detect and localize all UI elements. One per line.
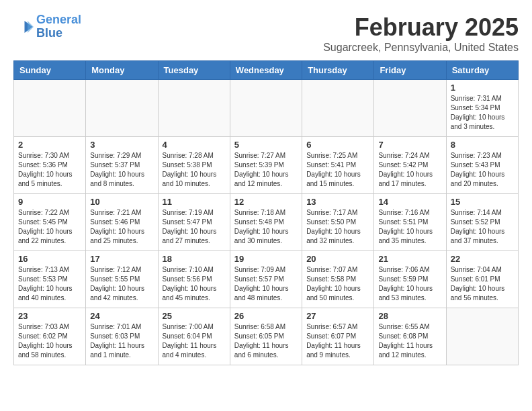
- calendar-cell: 16Sunrise: 7:13 AM Sunset: 5:53 PM Dayli…: [14, 251, 86, 308]
- day-info: Sunrise: 7:16 AM Sunset: 5:51 PM Dayligh…: [378, 208, 441, 246]
- page-header: General Blue February 2025 Sugarcreek, P…: [13, 13, 519, 54]
- day-number: 27: [306, 311, 369, 321]
- day-number: 6: [306, 140, 369, 150]
- calendar-cell: [302, 80, 374, 137]
- day-number: 24: [90, 311, 153, 321]
- month-title: February 2025: [323, 13, 519, 42]
- day-info: Sunrise: 7:12 AM Sunset: 5:55 PM Dayligh…: [90, 265, 153, 303]
- calendar-cell: [158, 80, 230, 137]
- day-number: 16: [18, 254, 81, 264]
- week-row-4: 23Sunrise: 7:03 AM Sunset: 6:02 PM Dayli…: [14, 308, 519, 365]
- calendar-cell: 2Sunrise: 7:30 AM Sunset: 5:36 PM Daylig…: [14, 137, 86, 194]
- day-info: Sunrise: 7:18 AM Sunset: 5:48 PM Dayligh…: [234, 208, 298, 246]
- day-info: Sunrise: 7:21 AM Sunset: 5:46 PM Dayligh…: [90, 208, 153, 246]
- week-row-1: 2Sunrise: 7:30 AM Sunset: 5:36 PM Daylig…: [14, 137, 519, 194]
- week-row-2: 9Sunrise: 7:22 AM Sunset: 5:45 PM Daylig…: [14, 194, 519, 251]
- calendar-cell: 3Sunrise: 7:29 AM Sunset: 5:37 PM Daylig…: [86, 137, 158, 194]
- day-number: 7: [378, 140, 441, 150]
- logo-line2: Blue: [36, 26, 62, 40]
- day-info: Sunrise: 7:09 AM Sunset: 5:57 PM Dayligh…: [234, 265, 298, 303]
- day-info: Sunrise: 7:22 AM Sunset: 5:45 PM Dayligh…: [18, 208, 81, 246]
- calendar-cell: 8Sunrise: 7:23 AM Sunset: 5:43 PM Daylig…: [446, 137, 518, 194]
- title-block: February 2025 Sugarcreek, Pennsylvania, …: [323, 13, 519, 54]
- day-number: 11: [163, 197, 226, 207]
- day-number: 28: [378, 311, 441, 321]
- calendar-cell: 19Sunrise: 7:09 AM Sunset: 5:57 PM Dayli…: [230, 251, 302, 308]
- day-info: Sunrise: 7:19 AM Sunset: 5:47 PM Dayligh…: [163, 208, 226, 246]
- location: Sugarcreek, Pennsylvania, United States: [323, 42, 519, 54]
- calendar-cell: 6Sunrise: 7:25 AM Sunset: 5:41 PM Daylig…: [302, 137, 374, 194]
- weekday-header-thursday: Thursday: [302, 61, 374, 80]
- day-info: Sunrise: 6:57 AM Sunset: 6:07 PM Dayligh…: [306, 322, 369, 360]
- calendar-cell: 7Sunrise: 7:24 AM Sunset: 5:42 PM Daylig…: [374, 137, 446, 194]
- day-number: 14: [378, 197, 441, 207]
- day-number: 26: [234, 311, 298, 321]
- calendar-cell: [86, 80, 158, 137]
- day-info: Sunrise: 7:31 AM Sunset: 5:34 PM Dayligh…: [451, 94, 514, 132]
- day-info: Sunrise: 7:29 AM Sunset: 5:37 PM Dayligh…: [90, 151, 153, 189]
- day-number: 15: [451, 197, 514, 207]
- calendar-cell: 13Sunrise: 7:17 AM Sunset: 5:50 PM Dayli…: [302, 194, 374, 251]
- logo-text: General Blue: [36, 13, 81, 40]
- day-info: Sunrise: 7:06 AM Sunset: 5:59 PM Dayligh…: [378, 265, 441, 303]
- day-info: Sunrise: 7:00 AM Sunset: 6:04 PM Dayligh…: [163, 322, 226, 360]
- calendar-cell: 28Sunrise: 6:55 AM Sunset: 6:08 PM Dayli…: [374, 308, 446, 365]
- calendar-cell: 14Sunrise: 7:16 AM Sunset: 5:51 PM Dayli…: [374, 194, 446, 251]
- day-info: Sunrise: 7:25 AM Sunset: 5:41 PM Dayligh…: [306, 151, 369, 189]
- calendar-cell: 26Sunrise: 6:58 AM Sunset: 6:05 PM Dayli…: [230, 308, 302, 365]
- day-number: 4: [163, 140, 226, 150]
- calendar-cell: [14, 80, 86, 137]
- day-info: Sunrise: 7:04 AM Sunset: 6:01 PM Dayligh…: [451, 265, 514, 303]
- calendar-cell: 9Sunrise: 7:22 AM Sunset: 5:45 PM Daylig…: [14, 194, 86, 251]
- weekday-header-saturday: Saturday: [446, 61, 518, 80]
- day-number: 20: [306, 254, 369, 264]
- calendar-cell: [374, 80, 446, 137]
- day-number: 3: [90, 140, 153, 150]
- day-info: Sunrise: 6:55 AM Sunset: 6:08 PM Dayligh…: [378, 322, 441, 360]
- weekday-header-monday: Monday: [86, 61, 158, 80]
- day-number: 18: [163, 254, 226, 264]
- day-info: Sunrise: 7:10 AM Sunset: 5:56 PM Dayligh…: [163, 265, 226, 303]
- calendar-cell: 27Sunrise: 6:57 AM Sunset: 6:07 PM Dayli…: [302, 308, 374, 365]
- week-row-0: 1Sunrise: 7:31 AM Sunset: 5:34 PM Daylig…: [14, 80, 519, 137]
- day-number: 2: [18, 140, 81, 150]
- calendar-cell: 20Sunrise: 7:07 AM Sunset: 5:58 PM Dayli…: [302, 251, 374, 308]
- weekday-header-wednesday: Wednesday: [230, 61, 302, 80]
- calendar-cell: 23Sunrise: 7:03 AM Sunset: 6:02 PM Dayli…: [14, 308, 86, 365]
- day-number: 13: [306, 197, 369, 207]
- calendar-cell: 10Sunrise: 7:21 AM Sunset: 5:46 PM Dayli…: [86, 194, 158, 251]
- day-info: Sunrise: 6:58 AM Sunset: 6:05 PM Dayligh…: [234, 322, 298, 360]
- day-info: Sunrise: 7:03 AM Sunset: 6:02 PM Dayligh…: [18, 322, 81, 360]
- day-number: 8: [451, 140, 514, 150]
- day-number: 21: [378, 254, 441, 264]
- calendar-cell: [446, 308, 518, 365]
- day-number: 9: [18, 197, 81, 207]
- day-info: Sunrise: 7:01 AM Sunset: 6:03 PM Dayligh…: [90, 322, 153, 360]
- day-info: Sunrise: 7:17 AM Sunset: 5:50 PM Dayligh…: [306, 208, 369, 246]
- logo-icon: [13, 17, 34, 37]
- calendar-cell: 22Sunrise: 7:04 AM Sunset: 6:01 PM Dayli…: [446, 251, 518, 308]
- weekday-header-row: SundayMondayTuesdayWednesdayThursdayFrid…: [14, 61, 519, 80]
- day-info: Sunrise: 7:07 AM Sunset: 5:58 PM Dayligh…: [306, 265, 369, 303]
- calendar-cell: 21Sunrise: 7:06 AM Sunset: 5:59 PM Dayli…: [374, 251, 446, 308]
- calendar-cell: 11Sunrise: 7:19 AM Sunset: 5:47 PM Dayli…: [158, 194, 230, 251]
- weekday-header-tuesday: Tuesday: [158, 61, 230, 80]
- calendar-cell: 4Sunrise: 7:28 AM Sunset: 5:38 PM Daylig…: [158, 137, 230, 194]
- logo-line1: General: [36, 13, 81, 26]
- weekday-header-friday: Friday: [374, 61, 446, 80]
- day-number: 12: [234, 197, 298, 207]
- weekday-header-sunday: Sunday: [14, 61, 86, 80]
- calendar: SundayMondayTuesdayWednesdayThursdayFrid…: [13, 60, 519, 365]
- calendar-cell: 5Sunrise: 7:27 AM Sunset: 5:39 PM Daylig…: [230, 137, 302, 194]
- day-info: Sunrise: 7:24 AM Sunset: 5:42 PM Dayligh…: [378, 151, 441, 189]
- calendar-cell: 12Sunrise: 7:18 AM Sunset: 5:48 PM Dayli…: [230, 194, 302, 251]
- calendar-cell: 25Sunrise: 7:00 AM Sunset: 6:04 PM Dayli…: [158, 308, 230, 365]
- day-number: 23: [18, 311, 81, 321]
- day-number: 19: [234, 254, 298, 264]
- day-info: Sunrise: 7:23 AM Sunset: 5:43 PM Dayligh…: [451, 151, 514, 189]
- logo: General Blue: [13, 13, 81, 40]
- day-number: 25: [163, 311, 226, 321]
- day-info: Sunrise: 7:27 AM Sunset: 5:39 PM Dayligh…: [234, 151, 298, 189]
- calendar-cell: [230, 80, 302, 137]
- day-info: Sunrise: 7:28 AM Sunset: 5:38 PM Dayligh…: [163, 151, 226, 189]
